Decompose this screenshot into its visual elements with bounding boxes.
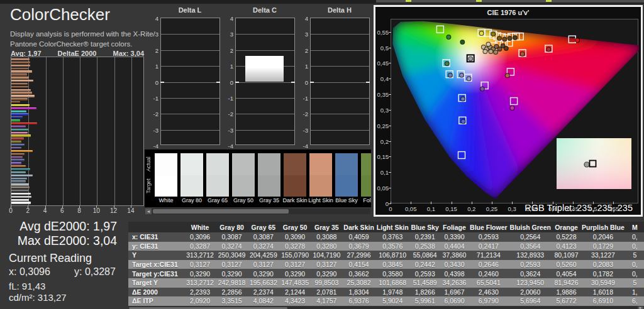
table-cell: 5,9024: [375, 296, 410, 306]
table-cell: 313,2712: [184, 278, 216, 288]
measured-dot: [480, 87, 485, 91]
deltae-bar: [11, 153, 25, 155]
y-tick-label: -2: [299, 111, 308, 117]
y-tick: [389, 188, 391, 188]
table-cell: 0,3763: [375, 232, 410, 242]
measured-dot: [479, 31, 484, 36]
y-tick: [389, 156, 391, 157]
table-cell: 0,1782: [580, 269, 626, 278]
x-tick: [573, 202, 574, 204]
swatch-gray-35[interactable]: [258, 153, 280, 197]
x-tick: [28, 205, 28, 208]
x-tick-label: 0: [389, 205, 392, 212]
measured-dot: [448, 73, 453, 77]
deltae-bar: [11, 144, 25, 146]
gridline: [236, 98, 294, 99]
table-cell: 155,0790: [279, 251, 311, 260]
chart-title: Delta L: [160, 6, 220, 14]
swatch-actual: [155, 153, 177, 175]
zero-tick: [235, 82, 239, 83]
scroll-right-icon[interactable]: ►: [638, 306, 643, 309]
deltae-bars: [11, 58, 143, 204]
swatch-gray-50[interactable]: [232, 153, 255, 197]
swatch-actual: [206, 153, 229, 175]
table-cell: 1,8266: [410, 288, 440, 297]
swatch-gray-65[interactable]: [206, 153, 229, 197]
table-cell: 0,4404: [440, 242, 469, 251]
deltae-bar: [11, 150, 33, 152]
y-tick-label: 0: [225, 79, 233, 85]
deltae-bar: [11, 111, 26, 112]
measured-dot: [547, 47, 551, 52]
table-cell: 80,1097: [552, 251, 580, 260]
x-tick: [613, 202, 614, 204]
deltae-bar: [11, 132, 28, 134]
table-scrollbar[interactable]: ►: [128, 306, 644, 309]
y-tick: [389, 126, 391, 126]
gridline: [311, 50, 369, 51]
y-tick: [389, 79, 391, 79]
description-line: Display analysis is performed with the X…: [10, 30, 155, 40]
table-row: Target Y313,2712242,9818195,6632147,4835…: [128, 278, 644, 288]
swatch-light-skin[interactable]: [309, 153, 332, 197]
swatch-white[interactable]: [155, 153, 177, 197]
scroll-left-icon[interactable]: ◄: [145, 209, 152, 214]
chart-plot-area: [235, 18, 295, 145]
table-scrollbar-thumb[interactable]: [129, 307, 287, 309]
zero-tick: [160, 82, 164, 83]
swatch-actual: [232, 153, 255, 175]
x-tick-label: 2: [26, 207, 30, 214]
swatch-scrollbar[interactable]: ◄: [145, 209, 370, 214]
table-cell: 0,4398: [440, 269, 469, 278]
y-tick-label: 1: [225, 63, 233, 70]
deltae-bar: [11, 187, 30, 188]
gridline: [311, 82, 369, 83]
column-header: Gray 35: [311, 222, 342, 232]
swatch-target: [155, 175, 177, 197]
x-tick: [452, 202, 452, 204]
table-row: y: CIE310,32870,32740,32740,32780,32800,…: [128, 242, 644, 251]
page-title: ColorChecker: [10, 5, 110, 24]
y-tick-label: 1: [299, 63, 308, 70]
measured-dot: [489, 50, 493, 54]
deltae-bar: [11, 89, 31, 91]
deltae-bar: [11, 116, 23, 118]
table-cell: 132,8933: [509, 251, 552, 260]
table-row: ΔE ITP2,09203,35154,08424,34234,17576,93…: [128, 296, 644, 306]
deltae-bar: [11, 178, 27, 180]
table-row: Target y:CIE310,32900,32900,32900,32900,…: [128, 269, 644, 278]
y-tick-label: -3: [225, 126, 233, 133]
swatch-gray-80[interactable]: [180, 153, 203, 197]
table-cell: 0,3088: [311, 232, 342, 242]
gridline: [236, 130, 294, 131]
x-tick-label: 0,2: [467, 205, 475, 212]
swatch-blue-sky[interactable]: [335, 153, 358, 197]
deltae-bar: [11, 196, 31, 198]
table-cell: 147,4835: [279, 278, 311, 288]
table-cell: 55,0864: [410, 251, 440, 260]
x-tick-label: 4: [43, 207, 47, 214]
y-tick-label: 0,45: [376, 60, 389, 67]
table-cell: 6,0690: [440, 296, 469, 306]
x-tick: [131, 205, 131, 208]
x-tick: [11, 205, 11, 208]
table-cell: 0,: [626, 232, 644, 242]
swatch-scrollbar-thumb[interactable]: [153, 209, 289, 214]
column-header: M: [626, 222, 644, 232]
table-cell: 0,2417: [469, 242, 509, 251]
swatch-actual: [258, 153, 280, 175]
delta-c-bar: [245, 56, 284, 82]
delta-chart-delta-l: Delta L43210-1-2-3-4: [150, 6, 221, 147]
gridline: [311, 114, 369, 114]
table-cell: 0,2593: [509, 260, 552, 269]
cie-panel: CIE 1976 u'v' RGB Triplet: 235, 235, 235…: [374, 5, 643, 217]
table-cell: 27,2996: [342, 251, 375, 260]
x-tick-label: 0,55: [608, 205, 619, 212]
swatch-foliage[interactable]: [361, 153, 371, 197]
deltae-bar: [11, 70, 32, 72]
top-strip-highlight: [376, 0, 644, 3]
y-tick-label: 2: [150, 46, 158, 53]
deltae-bar: [11, 122, 37, 124]
gridline: [161, 66, 219, 67]
swatch-dark-skin[interactable]: [284, 153, 306, 197]
